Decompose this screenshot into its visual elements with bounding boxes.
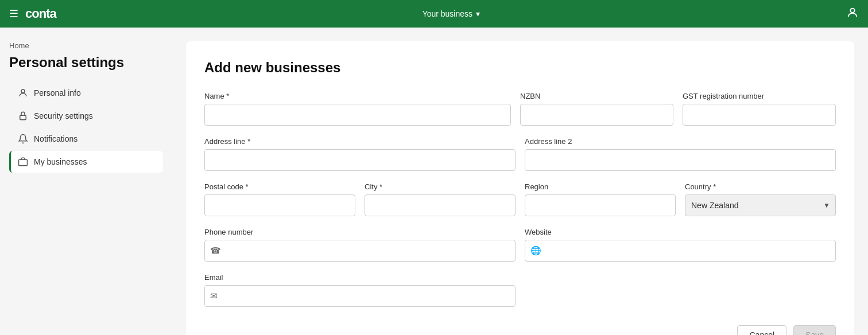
form-title: Add new businesses — [204, 60, 836, 76]
gst-label: GST registration number — [683, 92, 836, 100]
address2-input[interactable] — [525, 149, 836, 171]
nzbn-field-group: NZBN — [520, 92, 673, 126]
page-title: Personal settings — [9, 54, 163, 71]
form-row-1: Name * NZBN GST registration number — [204, 92, 836, 126]
save-button[interactable]: Save — [793, 325, 836, 335]
mail-icon: ✉ — [210, 291, 218, 301]
main-content: Add new businesses Name * NZBN GST regis… — [172, 28, 868, 335]
dropdown-icon: ▾ — [476, 9, 480, 18]
sidebar-item-label: Personal info — [34, 88, 81, 98]
nzbn-input[interactable] — [520, 104, 673, 126]
svg-rect-3 — [19, 159, 28, 166]
business-selector[interactable]: Your business ▾ — [423, 9, 480, 18]
country-field-group: Country * New Zealand Australia United S… — [685, 182, 836, 216]
country-select-wrapper: New Zealand Australia United States Unit… — [685, 194, 836, 216]
country-select[interactable]: New Zealand Australia United States Unit… — [685, 194, 836, 216]
address2-field-group: Address line 2 — [525, 137, 836, 171]
svg-point-1 — [21, 89, 25, 93]
website-label: Website — [525, 228, 836, 236]
add-business-form: Add new businesses Name * NZBN GST regis… — [186, 41, 854, 335]
region-field-group: Region — [525, 182, 676, 216]
email-input[interactable] — [204, 285, 516, 307]
lock-icon — [18, 111, 28, 121]
city-input[interactable] — [365, 194, 516, 216]
svg-point-0 — [850, 9, 854, 13]
hamburger-icon[interactable]: ☰ — [9, 7, 18, 20]
form-actions: Cancel Save — [204, 325, 836, 335]
form-row-3: Postal code * City * Region Country * Ne… — [204, 182, 836, 216]
postal-input[interactable] — [204, 194, 355, 216]
form-row-2: Address line * Address line 2 — [204, 137, 836, 171]
email-field-group: Email ✉ — [204, 273, 516, 307]
page-layout: Home Personal settings Personal info Sec… — [0, 28, 868, 335]
globe-icon: 🌐 — [530, 246, 541, 256]
name-input[interactable] — [204, 104, 511, 126]
header-left: ☰ conta — [9, 6, 56, 21]
cancel-button[interactable]: Cancel — [737, 325, 786, 335]
user-icon[interactable] — [846, 6, 859, 21]
app-header: ☰ conta Your business ▾ — [0, 0, 868, 28]
sidebar-item-personal-info[interactable]: Personal info — [9, 82, 163, 104]
sidebar-item-label: Security settings — [34, 111, 93, 120]
name-field-group: Name * — [204, 92, 511, 126]
website-field-group: Website 🌐 — [525, 228, 836, 262]
sidebar-nav: Personal info Security settings Notifica… — [9, 82, 163, 173]
region-label: Region — [525, 182, 676, 191]
phone-input-wrapper: ☎ — [204, 240, 516, 262]
sidebar: Home Personal settings Personal info Sec… — [0, 28, 172, 335]
country-label: Country * — [685, 182, 836, 191]
gst-field-group: GST registration number — [683, 92, 836, 126]
phone-icon: ☎ — [210, 246, 221, 256]
form-row-5: Email ✉ — [204, 273, 836, 307]
svg-rect-2 — [20, 115, 26, 120]
phone-label: Phone number — [204, 228, 516, 236]
gst-input[interactable] — [683, 104, 836, 126]
app-logo: conta — [25, 6, 56, 21]
sidebar-item-my-businesses[interactable]: My businesses — [9, 151, 163, 173]
bell-icon — [18, 134, 28, 144]
sidebar-item-label: My businesses — [34, 157, 87, 166]
nzbn-label: NZBN — [520, 92, 673, 100]
website-input[interactable] — [525, 240, 836, 262]
sidebar-item-security-settings[interactable]: Security settings — [9, 105, 163, 127]
email-input-wrapper: ✉ — [204, 285, 516, 307]
sidebar-item-notifications[interactable]: Notifications — [9, 128, 163, 150]
email-label: Email — [204, 273, 516, 282]
website-input-wrapper: 🌐 — [525, 240, 836, 262]
person-icon — [18, 88, 28, 98]
address1-input[interactable] — [204, 149, 516, 171]
city-field-group: City * — [365, 182, 516, 216]
phone-field-group: Phone number ☎ — [204, 228, 516, 262]
address1-field-group: Address line * — [204, 137, 516, 171]
address1-label: Address line * — [204, 137, 516, 146]
form-row-4: Phone number ☎ Website 🌐 — [204, 228, 836, 262]
briefcase-icon — [18, 157, 28, 167]
business-label: Your business — [423, 9, 472, 18]
breadcrumb: Home — [9, 41, 163, 50]
name-label: Name * — [204, 92, 511, 100]
region-input[interactable] — [525, 194, 676, 216]
address2-label: Address line 2 — [525, 137, 836, 146]
postal-field-group: Postal code * — [204, 182, 355, 216]
postal-label: Postal code * — [204, 182, 355, 191]
sidebar-item-label: Notifications — [34, 134, 78, 143]
city-label: City * — [365, 182, 516, 191]
phone-input[interactable] — [204, 240, 516, 262]
